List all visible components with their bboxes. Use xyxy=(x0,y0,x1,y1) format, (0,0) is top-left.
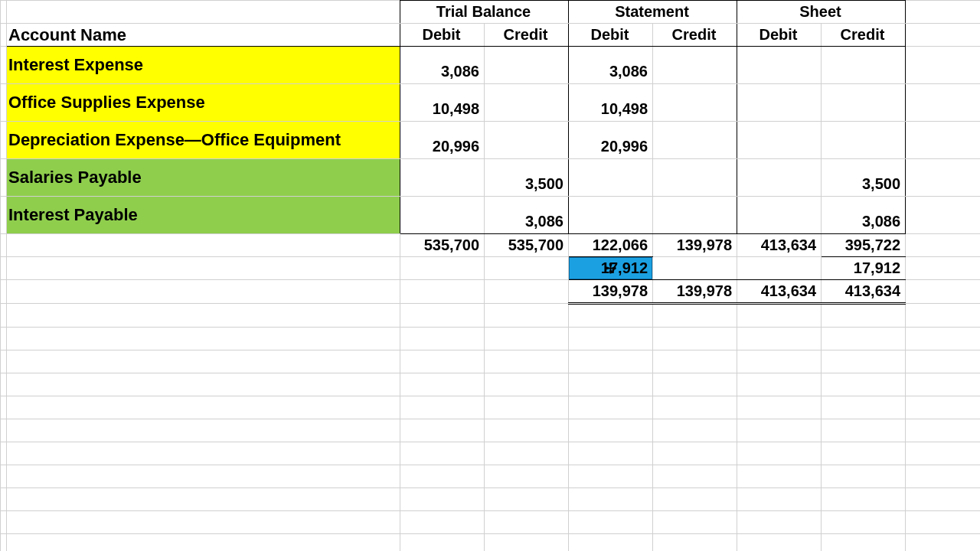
table-row[interactable]: Interest Expense 3,086 3,086 xyxy=(1,47,981,84)
empty-row[interactable] xyxy=(1,396,981,419)
table-row[interactable]: Salaries Payable 3,500 3,500 xyxy=(1,159,981,197)
empty-row[interactable] xyxy=(1,511,981,534)
empty-row[interactable] xyxy=(1,373,981,396)
empty-row[interactable] xyxy=(1,350,981,373)
account-cell[interactable]: Depreciation Expense—Office Equipment xyxy=(7,122,400,159)
table-row[interactable]: Depreciation Expense—Office Equipment 20… xyxy=(1,122,981,159)
empty-row[interactable] xyxy=(1,442,981,465)
totals-row-1[interactable]: 535,700 535,700 122,066 139,978 413,634 … xyxy=(1,234,981,257)
account-cell[interactable]: Interest Payable xyxy=(7,197,400,234)
header-row-sections: Trial Balance Statement Sheet xyxy=(1,1,981,24)
col-statement: Statement xyxy=(569,1,737,24)
totals-row-3[interactable]: 139,978 139,978 413,634 413,634 xyxy=(1,280,981,304)
header-row-dc: Account Name Debit Credit Debit Credit D… xyxy=(1,24,981,47)
table-row[interactable]: Office Supplies Expense 10,498 10,498 xyxy=(1,84,981,122)
empty-row[interactable] xyxy=(1,419,981,442)
col-account-name: Account Name xyxy=(7,24,400,47)
selected-cell-value: 17,912 xyxy=(601,259,648,276)
empty-row[interactable] xyxy=(1,304,981,328)
empty-row[interactable] xyxy=(1,328,981,350)
empty-row[interactable] xyxy=(1,488,981,511)
col-trial-balance: Trial Balance xyxy=(400,1,569,24)
selected-cell[interactable]: 17,912 ✢ xyxy=(569,257,653,280)
empty-row[interactable] xyxy=(1,534,981,552)
account-cell[interactable]: Salaries Payable xyxy=(7,159,400,197)
table-row[interactable]: Interest Payable 3,086 3,086 xyxy=(1,197,981,234)
totals-row-2[interactable]: 17,912 ✢ 17,912 xyxy=(1,257,981,280)
account-cell[interactable]: Office Supplies Expense xyxy=(7,84,400,122)
empty-row[interactable] xyxy=(1,465,981,488)
account-cell[interactable]: Interest Expense xyxy=(7,47,400,84)
worksheet-table[interactable]: Trial Balance Statement Sheet Account Na… xyxy=(0,0,980,551)
col-sheet: Sheet xyxy=(737,1,906,24)
